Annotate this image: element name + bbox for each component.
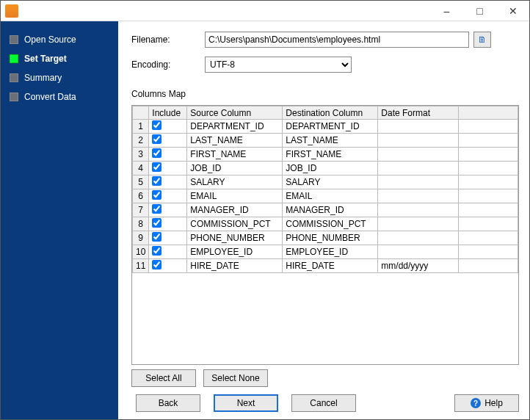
date-format-cell[interactable] [378,245,459,259]
step-set-target[interactable]: Set Target [1,49,118,68]
include-checkbox[interactable] [152,176,161,186]
step-open-source[interactable]: Open Source [1,30,118,49]
table-row[interactable]: 4JOB_IDJOB_ID [133,162,518,175]
date-format-cell[interactable] [378,148,459,162]
help-icon: ? [471,398,481,408]
row-number: 4 [133,162,149,175]
table-row[interactable]: 10EMPLOYEE_IDEMPLOYEE_ID [133,245,518,259]
date-format-cell[interactable] [378,120,459,134]
table-row[interactable]: 5SALARYSALARY [133,175,518,189]
source-column-cell[interactable]: DEPARTMENT_ID [187,120,283,134]
include-checkbox[interactable] [152,148,161,158]
folder-icon: 🗎 [478,35,487,45]
maximize-button[interactable]: □ [463,1,496,21]
table-row[interactable]: 8COMMISSION_PCTCOMMISSION_PCT [133,217,518,231]
include-checkbox[interactable] [152,204,161,214]
include-cell [149,203,187,217]
date-format-cell[interactable] [378,134,459,148]
encoding-select[interactable]: UTF-8 [205,57,352,73]
browse-button[interactable]: 🗎 [473,32,491,48]
include-checkbox[interactable] [152,134,161,144]
include-checkbox[interactable] [152,232,161,242]
table-row[interactable]: 1DEPARTMENT_IDDEPARTMENT_ID [133,120,518,134]
table-row[interactable]: 7MANAGER_IDMANAGER_ID [133,203,518,217]
date-format-cell[interactable] [378,189,459,203]
destination-column-cell[interactable]: PHONE_NUMBER [283,231,378,245]
date-format-cell[interactable]: mm/dd/yyyy [378,259,459,273]
source-column-cell[interactable]: COMMISSION_PCT [187,217,283,231]
date-format-cell[interactable] [378,231,459,245]
encoding-label: Encoding: [131,59,205,70]
select-all-button[interactable]: Select All [131,369,196,387]
row-number: 2 [133,134,149,148]
include-checkbox[interactable] [152,246,161,256]
table-row[interactable]: 3FIRST_NAMEFIRST_NAME [133,148,518,162]
cancel-button[interactable]: Cancel [291,394,356,412]
date-format-cell[interactable] [378,162,459,175]
minimize-button[interactable]: – [430,1,463,21]
destination-column-cell[interactable]: JOB_ID [283,162,378,175]
source-column-cell[interactable]: HIRE_DATE [187,259,283,273]
include-cell [149,259,187,273]
source-column-cell[interactable]: MANAGER_ID [187,203,283,217]
col-header-date-format[interactable]: Date Format [378,106,459,120]
include-cell [149,217,187,231]
select-none-button[interactable]: Select None [203,369,268,387]
col-header-destination[interactable]: Destination Column [283,106,378,120]
step-convert-data[interactable]: Convert Data [1,87,118,106]
source-column-cell[interactable]: SALARY [187,175,283,189]
spacer-cell [459,134,518,148]
row-number: 10 [133,245,149,259]
destination-column-cell[interactable]: DEPARTMENT_ID [283,120,378,134]
back-button[interactable]: Back [136,394,200,412]
date-format-cell[interactable] [378,203,459,217]
source-column-cell[interactable]: PHONE_NUMBER [187,231,283,245]
table-row[interactable]: 11HIRE_DATEHIRE_DATEmm/dd/yyyy [133,259,518,273]
row-number: 3 [133,148,149,162]
row-number: 6 [133,189,149,203]
row-number: 8 [133,217,149,231]
source-column-cell[interactable]: EMPLOYEE_ID [187,245,283,259]
source-column-cell[interactable]: JOB_ID [187,162,283,175]
include-checkbox[interactable] [152,120,161,130]
next-button[interactable]: Next [214,394,278,412]
step-summary[interactable]: Summary [1,68,118,87]
include-checkbox[interactable] [152,190,161,200]
include-checkbox[interactable] [152,162,161,172]
include-cell [149,245,187,259]
row-number: 9 [133,231,149,245]
destination-column-cell[interactable]: EMAIL [283,189,378,203]
help-label: Help [484,398,503,408]
columns-map-grid: Include Source Column Destination Column… [131,105,519,365]
source-column-cell[interactable]: EMAIL [187,189,283,203]
filename-label: Filename: [131,35,205,45]
table-row[interactable]: 6EMAILEMAIL [133,189,518,203]
destination-column-cell[interactable]: HIRE_DATE [283,259,378,273]
table-row[interactable]: 9PHONE_NUMBERPHONE_NUMBER [133,231,518,245]
destination-column-cell[interactable]: MANAGER_ID [283,203,378,217]
destination-column-cell[interactable]: COMMISSION_PCT [283,217,378,231]
titlebar: – □ ✕ [1,1,529,21]
destination-column-cell[interactable]: FIRST_NAME [283,148,378,162]
wizard-footer: Back Next Cancel ? Help [131,394,519,412]
destination-column-cell[interactable]: LAST_NAME [283,134,378,148]
source-column-cell[interactable]: FIRST_NAME [187,148,283,162]
spacer-cell [459,203,518,217]
step-marker-icon [10,93,18,101]
source-column-cell[interactable]: LAST_NAME [187,134,283,148]
date-format-cell[interactable] [378,175,459,189]
table-row[interactable]: 2LAST_NAMELAST_NAME [133,134,518,148]
main-panel: Filename: 🗎 Encoding: UTF-8 Columns Map [118,21,529,419]
destination-column-cell[interactable]: SALARY [283,175,378,189]
filename-input[interactable] [205,32,469,48]
destination-column-cell[interactable]: EMPLOYEE_ID [283,245,378,259]
col-header-include[interactable]: Include [149,106,187,120]
close-button[interactable]: ✕ [496,1,529,21]
col-header-source[interactable]: Source Column [187,106,283,120]
date-format-cell[interactable] [378,217,459,231]
include-cell [149,231,187,245]
spacer-cell [459,189,518,203]
include-checkbox[interactable] [152,218,161,228]
include-checkbox[interactable] [152,260,161,269]
help-button[interactable]: ? Help [454,394,519,412]
